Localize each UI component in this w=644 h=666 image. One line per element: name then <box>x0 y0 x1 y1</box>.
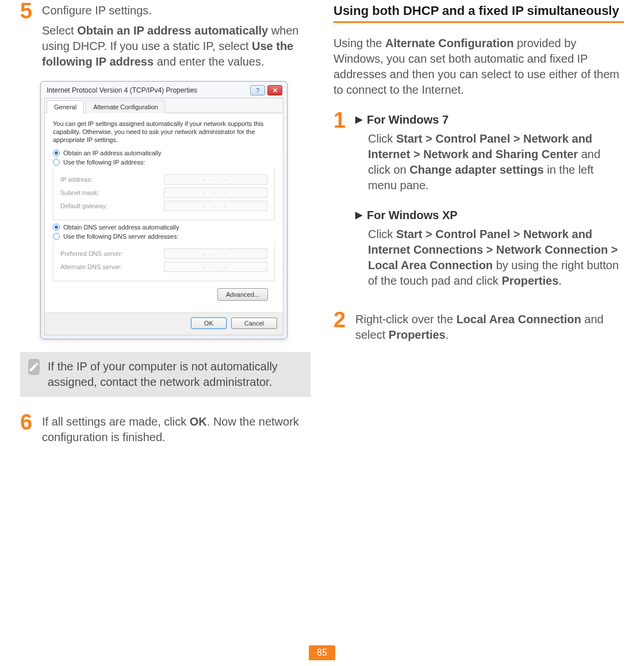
ok-button[interactable]: OK <box>191 317 227 329</box>
heading-underline <box>334 21 624 23</box>
windows-xp-body: Click Start > Control Panel > Network an… <box>368 227 624 289</box>
dialog-description: You can get IP settings assigned automat… <box>53 120 275 144</box>
tab-alternate[interactable]: Alternate Configuration <box>86 100 166 113</box>
right-column: Using both DHCP and a fixed IP simultane… <box>334 3 624 454</box>
help-button[interactable]: ? <box>250 85 265 95</box>
radio-label: Use the following IP address: <box>63 159 145 166</box>
step-6: 6 If all settings are made, click OK. No… <box>20 414 310 445</box>
dialog-title: Internet Protocol Version 4 (TCP/IPv4) P… <box>47 86 197 94</box>
arrow-icon: ▶ <box>355 113 362 126</box>
step-1-right: 1 ▶ For Windows 7 Click Start > Control … <box>334 112 624 303</box>
windows-7-item: ▶ For Windows 7 Click Start > Control Pa… <box>355 112 624 193</box>
step-number-2: 2 <box>334 309 350 331</box>
step-2-body: Right-click over the Local Area Connecti… <box>355 312 624 343</box>
windows-xp-heading: ▶ For Windows XP <box>355 208 624 223</box>
text-bold: Alternate Configuration <box>385 37 513 49</box>
left-column: 5 Configure IP settings. Select Obtain a… <box>20 3 310 454</box>
step-number-6: 6 <box>20 411 36 433</box>
text-bold: Local Area Connection <box>457 313 581 326</box>
step-5-body: Configure IP settings. Select Obtain an … <box>42 3 310 70</box>
windows-7-heading: ▶ For Windows 7 <box>355 112 624 128</box>
cancel-button[interactable]: Cancel <box>231 317 277 329</box>
radio-icon <box>53 159 60 166</box>
step-6-body: If all settings are made, click OK. Now … <box>42 414 310 445</box>
row-default-gateway: Default gateway: . . . <box>60 201 267 211</box>
radio-label: Obtain an IP address automatically <box>63 150 161 156</box>
text-bold: Properties <box>389 328 446 341</box>
radio-use-following-dns[interactable]: Use the following DNS server addresses: <box>53 233 275 240</box>
advanced-button[interactable]: Advanced... <box>217 288 268 301</box>
windows-xp-item: ▶ For Windows XP Click Start > Control P… <box>355 208 624 289</box>
text-bold: Properties <box>501 274 558 287</box>
text-bold: Start > Control Panel > Network and Inte… <box>368 132 592 160</box>
field-label: Subnet mask: <box>60 189 99 196</box>
dialog-tabs: General Alternate Configuration <box>45 98 283 113</box>
text: and enter the values. <box>154 55 264 68</box>
section-heading: Using both DHCP and a fixed IP simultane… <box>334 3 624 20</box>
ip-fields-group: IP address: . . . Subnet mask: . . . Def… <box>53 168 275 220</box>
note-box: If the IP of your computer is not automa… <box>20 352 310 397</box>
text: Click <box>368 228 396 240</box>
text: Select <box>42 24 77 37</box>
step-2-right: 2 Right-click over the Local Area Connec… <box>334 312 624 343</box>
radio-icon <box>53 233 60 240</box>
radio-icon <box>53 150 60 156</box>
close-button[interactable]: ✕ <box>267 85 282 95</box>
text-bold: Change adapter settings <box>409 163 543 176</box>
row-subnet-mask: Subnet mask: . . . <box>60 187 267 198</box>
step-5-text: Select Obtain an IP address automaticall… <box>42 23 310 70</box>
tab-general[interactable]: General <box>47 100 84 113</box>
field-label: IP address: <box>60 176 92 183</box>
dns-fields-group: Preferred DNS server: . . . Alternate DN… <box>53 242 275 281</box>
radio-label: Use the following DNS server addresses: <box>63 233 179 240</box>
text: . <box>558 274 562 287</box>
radio-label: Obtain DNS server address automatically <box>63 224 179 231</box>
step-5: 5 Configure IP settings. Select Obtain a… <box>20 3 310 70</box>
ip-address-input[interactable]: . . . <box>164 174 267 185</box>
field-label: Alternate DNS server: <box>60 263 122 270</box>
row-alternate-dns: Alternate DNS server: . . . <box>60 262 267 272</box>
radio-obtain-ip-auto[interactable]: Obtain an IP address automatically <box>53 150 275 156</box>
arrow-icon: ▶ <box>355 209 362 221</box>
page-number: 85 <box>309 645 335 660</box>
ipv4-properties-dialog: Internet Protocol Version 4 (TCP/IPv4) P… <box>40 81 288 339</box>
text: Right-click over the <box>355 313 457 326</box>
windows-7-body: Click Start > Control Panel > Network an… <box>368 131 624 193</box>
text: Click <box>368 132 396 145</box>
radio-use-following-ip[interactable]: Use the following IP address: <box>53 159 275 166</box>
dialog-footer: OK Cancel <box>45 312 283 335</box>
heading-text: For Windows 7 <box>367 112 448 128</box>
dialog-titlebar: Internet Protocol Version 4 (TCP/IPv4) P… <box>41 82 287 98</box>
note-icon <box>28 359 40 375</box>
text: Using the <box>334 37 385 49</box>
field-label: Preferred DNS server: <box>60 250 123 257</box>
text: . <box>446 328 449 341</box>
step-number-5: 5 <box>20 0 36 22</box>
step-5-heading: Configure IP settings. <box>42 3 310 18</box>
radio-obtain-dns-auto[interactable]: Obtain DNS server address automatically <box>53 224 275 231</box>
text: If all settings are made, click <box>42 415 190 428</box>
field-label: Default gateway: <box>60 202 108 209</box>
intro-paragraph: Using the Alternate Configuration provid… <box>334 36 624 98</box>
heading-text: For Windows XP <box>367 208 458 223</box>
preferred-dns-input[interactable]: . . . <box>164 248 267 259</box>
row-ip-address: IP address: . . . <box>60 174 267 185</box>
text-bold: Obtain an IP address automatically <box>77 24 268 37</box>
step-number-1: 1 <box>334 109 350 131</box>
row-preferred-dns: Preferred DNS server: . . . <box>60 248 267 259</box>
dialog-body: General Alternate Configuration You can … <box>44 98 283 335</box>
radio-icon <box>53 224 60 231</box>
note-text: If the IP of your computer is not automa… <box>48 359 302 390</box>
text-bold: OK <box>190 415 207 428</box>
subnet-mask-input[interactable]: . . . <box>164 187 267 198</box>
default-gateway-input[interactable]: . . . <box>164 201 267 211</box>
alternate-dns-input[interactable]: . . . <box>164 262 267 272</box>
